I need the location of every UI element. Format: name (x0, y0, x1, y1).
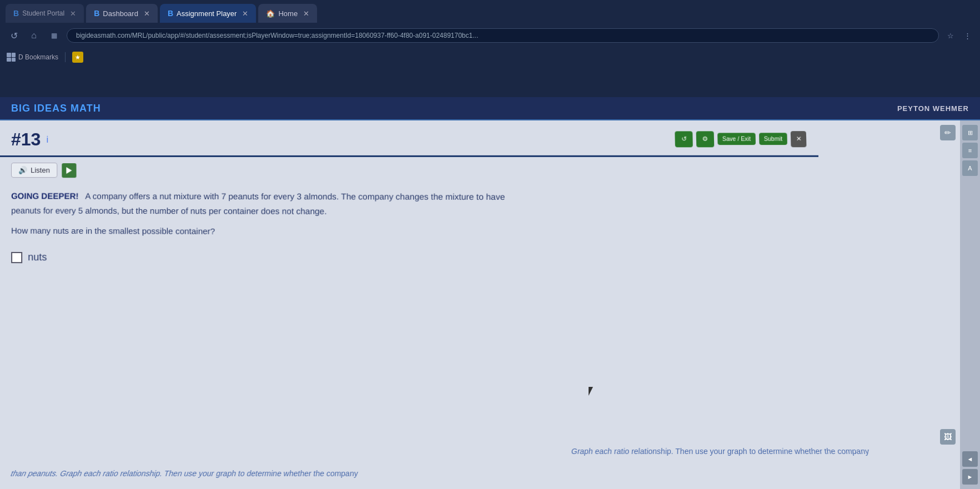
user-name: PEYTON WEHMER (897, 104, 969, 113)
address-text: bigideasmath.com/MRL/public/app/#/studen… (76, 32, 478, 39)
app-header: BIG IDEAS MATH PEYTON WEHMER (0, 97, 980, 120)
submit-button[interactable]: Submit (759, 133, 787, 145)
tab-icon-1: B (13, 9, 19, 18)
settings-button[interactable]: ⚙ (696, 131, 715, 147)
question-content: GOING DEEPER! A company offers a nut mix… (0, 183, 779, 246)
close-label: ✕ (796, 135, 801, 143)
play-triangle-icon (66, 167, 72, 174)
answer-label: nuts (28, 251, 47, 263)
browser-actions: ☆ ⋮ (944, 29, 973, 42)
tab-label-2: Dashboard (103, 9, 138, 18)
address-bar[interactable]: bigideasmath.com/MRL/public/app/#/studen… (67, 28, 939, 43)
tab-label-3: Assignment Player (177, 9, 237, 18)
answer-area: nuts (0, 243, 822, 276)
bottom-text-1: Graph each ratio relationship. Then use … (571, 447, 870, 456)
bookmarks-label[interactable]: D Bookmarks (7, 53, 58, 62)
tab-close-3[interactable]: ✕ (242, 9, 248, 18)
browser-chrome: B Student Portal ✕ B Dashboard ✕ B Assig… (0, 0, 980, 97)
side-btn-3[interactable]: A (962, 160, 978, 176)
tab-dashboard[interactable]: B Dashboard ✕ (86, 4, 158, 23)
app-logo: BIG IDEAS MATH (11, 103, 101, 114)
back-button[interactable]: ↺ (7, 28, 21, 43)
extensions-button[interactable]: ▦ (47, 28, 61, 43)
side-btn-2[interactable]: ≡ (962, 143, 978, 158)
tab-student-portal[interactable]: B Student Portal ✕ (6, 4, 84, 23)
tab-label-4: Home (278, 9, 298, 18)
question-sub: How many nuts are in the smallest possib… (11, 224, 764, 240)
tab-home[interactable]: 🏠 Home ✕ (258, 4, 317, 23)
question-number: #13 (11, 129, 41, 150)
tab-close-4[interactable]: ✕ (303, 9, 309, 18)
bookmarks-bar: D Bookmarks ★ (0, 48, 980, 67)
tab-close-2[interactable]: ✕ (144, 9, 150, 18)
question-text-line2: peanuts for every 5 almonds, but the num… (11, 203, 763, 219)
star-button[interactable]: ☆ (944, 29, 957, 42)
menu-button[interactable]: ⋮ (961, 29, 973, 42)
tab-bar: B Student Portal ✕ B Dashboard ✕ B Assig… (0, 0, 980, 23)
cursor (589, 387, 595, 397)
side-toolbar: ⊞ ≡ A ◄ ► (960, 120, 980, 489)
question-header: #13 i ↺ ⚙ Save / Exit Submit ✕ (0, 120, 819, 157)
close-button[interactable]: ✕ (791, 131, 807, 147)
tab-label-1: Student Portal (22, 9, 64, 17)
bookmarks-text: D Bookmarks (18, 53, 58, 61)
submit-label: Submit (764, 135, 783, 142)
info-icon[interactable]: i (46, 134, 48, 144)
address-bar-row: ↺ ⌂ ▦ bigideasmath.com/MRL/public/app/#/… (0, 23, 980, 48)
speaker-icon: 🔊 (18, 166, 27, 174)
bottom-text-2: than peanuts. Graph each ratio relations… (9, 469, 871, 478)
side-btn-1[interactable]: ⊞ (962, 125, 978, 140)
tab-icon-4: 🏠 (266, 9, 275, 18)
tab-assignment-player[interactable]: B Assignment Player ✕ (160, 4, 257, 23)
tab-icon-3: B (168, 9, 173, 18)
save-exit-label: Save / Exit (722, 136, 751, 142)
question-text-line1: A company offers a nut mixture with 7 pe… (85, 191, 505, 201)
bookmarks-grid-icon (7, 53, 16, 62)
listen-label: Listen (31, 166, 50, 174)
tab-icon-2: B (94, 9, 99, 18)
refresh-button[interactable]: ↺ (675, 131, 693, 147)
bookmark-star-icon[interactable]: ★ (72, 52, 83, 63)
pencil-icon[interactable]: ✏ (940, 125, 956, 140)
listen-button[interactable]: 🔊 Listen (11, 163, 57, 178)
question-text: GOING DEEPER! A company offers a nut mix… (11, 189, 763, 204)
side-btn-5[interactable]: ► (962, 469, 978, 485)
play-button[interactable] (62, 163, 76, 178)
deeper-label: GOING DEEPER! (11, 191, 79, 200)
listen-bar: 🔊 Listen (0, 157, 820, 184)
main-content: #13 i ↺ ⚙ Save / Exit Submit ✕ 🔊 Listen (0, 120, 980, 489)
side-btn-4[interactable]: ◄ (962, 451, 978, 467)
tab-close-1[interactable]: ✕ (70, 9, 76, 18)
bookmarks-separator (65, 52, 66, 62)
home-button[interactable]: ⌂ (27, 28, 41, 43)
save-exit-button[interactable]: Save / Exit (717, 133, 756, 145)
answer-checkbox[interactable] (11, 251, 22, 263)
toolbar-buttons: ↺ ⚙ Save / Exit Submit ✕ (675, 131, 806, 147)
image-icon[interactable]: 🖼 (940, 429, 956, 445)
content-wrapper: #13 i ↺ ⚙ Save / Exit Submit ✕ 🔊 Listen (0, 120, 822, 276)
